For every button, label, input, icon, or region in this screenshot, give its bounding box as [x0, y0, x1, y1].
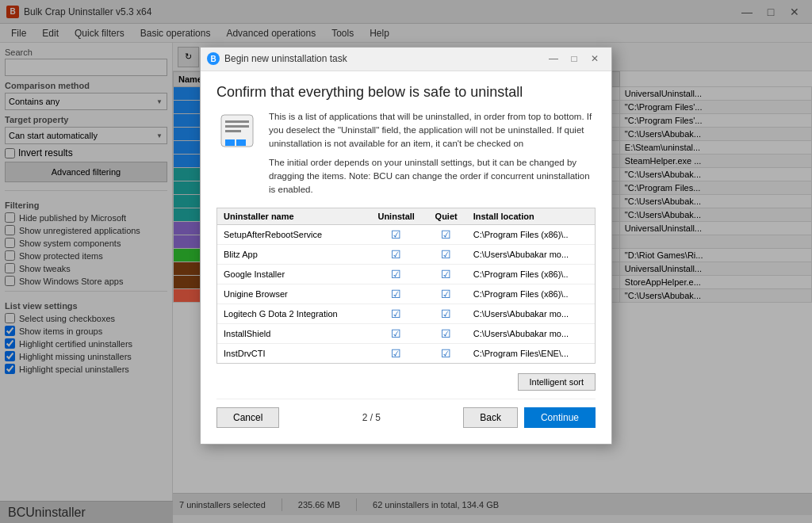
modal-cell-name: SetupAfterRebootService — [217, 225, 367, 245]
modal-desc-icon — [216, 110, 258, 151]
modal-col-name: Uninstaller name — [217, 208, 367, 225]
modal-title-text: Begin new uninstallation task — [224, 53, 543, 64]
modal-cell-location: C:\Program Files (x86)\.. — [467, 284, 595, 304]
modal-col-location: Install location — [467, 208, 595, 225]
modal-table-row: Blitz App ☑ ☑ C:\Users\Abubakar mo... — [217, 245, 595, 265]
modal-desc-p2: The initial order depends on your uninst… — [269, 156, 596, 197]
modal-title-bar: B Begin new uninstallation task — □ ✕ — [201, 48, 611, 71]
svg-rect-3 — [225, 130, 241, 132]
modal-cell-quiet[interactable]: ☑ — [426, 265, 467, 284]
modal-cell-location: C:\Users\Abubakar mo... — [467, 304, 595, 324]
modal-cell-uninstall[interactable]: ☑ — [367, 245, 426, 265]
modal-cell-location: C:\Program Files\ENE\... — [467, 344, 595, 364]
modal-cell-quiet[interactable]: ☑ — [426, 304, 467, 324]
modal-body: Confirm that everything below is safe to… — [201, 71, 611, 445]
modal-col-quiet: Quiet — [426, 208, 467, 225]
modal-cell-location: C:\Users\Abubakar mo... — [467, 245, 595, 265]
modal-desc-p1: This is a list of applications that will… — [269, 110, 596, 151]
modal-table-row: SetupAfterRebootService ☑ ☑ C:\Program F… — [217, 225, 595, 245]
modal-desc-row: This is a list of applications that will… — [216, 110, 596, 197]
modal-cell-quiet[interactable]: ☑ — [426, 284, 467, 304]
modal-heading: Confirm that everything below is safe to… — [216, 84, 596, 101]
page-indicator: 2 / 5 — [362, 412, 381, 423]
modal-cell-name: Google Installer — [217, 265, 367, 284]
back-button[interactable]: Back — [463, 407, 518, 428]
modal-minimize-button[interactable]: — — [543, 51, 564, 67]
modal-cell-location: C:\Program Files (x86)\.. — [467, 225, 595, 245]
modal-close-button[interactable]: ✕ — [584, 51, 605, 67]
intelligent-sort-button[interactable]: Intelligent sort — [518, 373, 596, 391]
modal-table-row: InstDrvCTI ☑ ☑ C:\Program Files\ENE\... — [217, 344, 595, 364]
continue-button[interactable]: Continue — [524, 407, 596, 428]
modal-cell-uninstall[interactable]: ☑ — [367, 304, 426, 324]
svg-rect-1 — [225, 120, 249, 123]
svg-rect-2 — [225, 125, 249, 128]
modal-overlay: B Begin new uninstallation task — □ ✕ Co… — [0, 0, 812, 523]
modal-dialog: B Begin new uninstallation task — □ ✕ Co… — [200, 47, 612, 445]
uninstall-table: Uninstaller name Uninstall Quiet Install… — [217, 208, 595, 363]
modal-cell-name: Unigine Browser — [217, 284, 367, 304]
modal-cell-quiet[interactable]: ☑ — [426, 245, 467, 265]
modal-table-row: InstallShield ☑ ☑ C:\Users\Abubakar mo..… — [217, 324, 595, 344]
modal-col-uninstall: Uninstall — [367, 208, 426, 225]
modal-cell-quiet[interactable]: ☑ — [426, 225, 467, 245]
modal-cell-name: Logitech G Dota 2 Integration — [217, 304, 367, 324]
svg-rect-4 — [225, 139, 235, 146]
modal-desc-text: This is a list of applications that will… — [269, 110, 596, 197]
modal-cell-uninstall[interactable]: ☑ — [367, 324, 426, 344]
modal-cell-quiet[interactable]: ☑ — [426, 324, 467, 344]
modal-icon: B — [207, 52, 220, 65]
modal-cell-location: C:\Program Files (x86)\.. — [467, 265, 595, 284]
cancel-button[interactable]: Cancel — [216, 407, 279, 428]
modal-cell-quiet[interactable]: ☑ — [426, 344, 467, 364]
modal-cell-location: C:\Users\Abubakar mo... — [467, 324, 595, 344]
modal-cell-uninstall[interactable]: ☑ — [367, 225, 426, 245]
modal-cell-uninstall[interactable]: ☑ — [367, 284, 426, 304]
modal-cell-name: InstDrvCTI — [217, 344, 367, 364]
modal-table-row: Unigine Browser ☑ ☑ C:\Program Files (x8… — [217, 284, 595, 304]
modal-cell-uninstall[interactable]: ☑ — [367, 265, 426, 284]
nav-buttons: Back Continue — [463, 407, 596, 428]
modal-cell-uninstall[interactable]: ☑ — [367, 344, 426, 364]
modal-maximize-button[interactable]: □ — [564, 51, 584, 67]
modal-table-row: Google Installer ☑ ☑ C:\Program Files (x… — [217, 265, 595, 284]
svg-rect-5 — [236, 139, 246, 146]
warning-icon — [217, 111, 257, 151]
modal-cell-name: Blitz App — [217, 245, 367, 265]
modal-footer-btn-row: Intelligent sort — [216, 373, 596, 391]
modal-action-row: Cancel 2 / 5 Back Continue — [216, 399, 596, 431]
modal-cell-name: InstallShield — [217, 324, 367, 344]
modal-table-row: Logitech G Dota 2 Integration ☑ ☑ C:\Use… — [217, 304, 595, 324]
modal-table-container: Uninstaller name Uninstall Quiet Install… — [216, 208, 596, 364]
